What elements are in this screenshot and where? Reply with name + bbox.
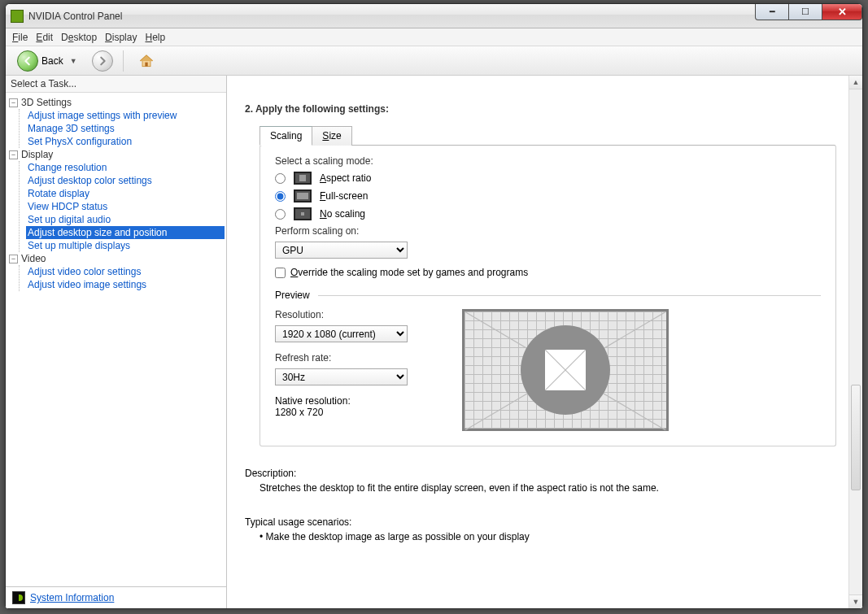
- scaling-mode-label: Select a scaling mode:: [275, 155, 821, 167]
- collapse-icon[interactable]: −: [9, 150, 18, 159]
- app-window: NVIDIA Control Panel ━ ☐ ✕ File Edit Des…: [5, 3, 863, 609]
- scroll-thumb[interactable]: [851, 385, 861, 490]
- native-value: 1280 x 720: [275, 407, 430, 418]
- tree-multi-display[interactable]: Set up multiple displays: [26, 239, 225, 252]
- app-icon: [11, 10, 24, 23]
- preview-divider: Preview: [275, 290, 821, 301]
- back-label: Back: [41, 55, 63, 67]
- back-button[interactable]: Back ▼: [12, 49, 85, 73]
- typical-label: Typical usage scenarios:: [245, 516, 836, 528]
- preview-center: [545, 350, 586, 390]
- tabs: Scaling Size: [260, 125, 836, 145]
- radio-aspect[interactable]: Aspect ratio: [275, 172, 821, 185]
- radio-noscaling-label: No scaling: [320, 208, 365, 220]
- tree-cat-3d[interactable]: −3D Settings: [7, 96, 225, 109]
- refresh-label: Refresh rate:: [275, 352, 430, 364]
- maximize-icon: ☐: [801, 7, 809, 17]
- task-tree: −3D Settings Adjust image settings with …: [6, 93, 226, 586]
- tree-adjust-image-preview[interactable]: Adjust image settings with preview: [26, 109, 225, 122]
- toolbar-separator: [123, 50, 124, 72]
- radio-noscaling[interactable]: No scaling: [275, 207, 821, 220]
- description-label: Description:: [245, 468, 836, 479]
- sidebar-header: Select a Task...: [6, 76, 226, 93]
- minimize-button[interactable]: ━: [755, 4, 789, 20]
- forward-button[interactable]: [92, 50, 113, 72]
- tree-size-position[interactable]: Adjust desktop size and position: [26, 226, 225, 239]
- step-title: 2. Apply the following settings:: [245, 103, 836, 115]
- refresh-select[interactable]: 30Hz: [275, 368, 408, 385]
- home-icon: [138, 53, 155, 69]
- tree-hdcp[interactable]: View HDCP status: [26, 200, 225, 213]
- native-block: Native resolution: 1280 x 720: [275, 395, 430, 418]
- content: 2. Apply the following settings: Scaling…: [227, 76, 862, 608]
- scroll-up-icon[interactable]: ▲: [849, 76, 862, 89]
- radio-noscaling-input[interactable]: [275, 209, 286, 220]
- menu-file[interactable]: File: [12, 32, 28, 43]
- fullscreen-icon: [294, 189, 312, 202]
- tree-rotate-display[interactable]: Rotate display: [26, 187, 225, 200]
- window-buttons: ━ ☐ ✕: [756, 4, 862, 20]
- radio-fullscreen-input[interactable]: [275, 191, 286, 202]
- forward-icon: [97, 55, 108, 67]
- minimize-icon: ━: [770, 7, 775, 17]
- tree-video-color[interactable]: Adjust video color settings: [26, 265, 225, 278]
- tab-size[interactable]: Size: [312, 126, 351, 146]
- tree-cat-video[interactable]: −Video: [7, 252, 225, 265]
- native-label: Native resolution:: [275, 395, 430, 407]
- sysinfo-bar: System Information: [6, 586, 226, 608]
- maximize-button[interactable]: ☐: [788, 4, 822, 20]
- tree-digital-audio[interactable]: Set up digital audio: [26, 213, 225, 226]
- tree-manage-3d[interactable]: Manage 3D settings: [26, 122, 225, 135]
- typical-item: Make the desktop image as large as possi…: [260, 531, 836, 542]
- perform-on-select[interactable]: GPU: [275, 242, 408, 259]
- noscaling-icon: [294, 207, 312, 220]
- back-icon: [17, 50, 38, 72]
- resolution-select[interactable]: 1920 x 1080 (current): [275, 325, 408, 342]
- description-text: Stretches the desktop to fit the entire …: [260, 482, 836, 494]
- description-block: Description: Stretches the desktop to fi…: [245, 468, 836, 494]
- tab-scaling[interactable]: Scaling: [260, 126, 312, 146]
- vertical-scrollbar[interactable]: ▲ ▼: [848, 76, 862, 608]
- menubar: File Edit Desktop Display Help: [6, 28, 862, 46]
- override-label: Override the scaling mode set by games a…: [290, 267, 528, 278]
- nvidia-icon: [12, 591, 25, 604]
- tree-cat-display[interactable]: −Display: [7, 148, 225, 161]
- main-area: Select a Task... −3D Settings Adjust ima…: [6, 76, 862, 608]
- tree-video-image[interactable]: Adjust video image settings: [26, 278, 225, 291]
- collapse-icon[interactable]: −: [9, 255, 18, 263]
- typical-block: Typical usage scenarios: Make the deskto…: [245, 516, 836, 542]
- preview-header: Preview: [275, 290, 310, 301]
- resolution-label: Resolution:: [275, 309, 430, 320]
- toolbar: Back ▼: [6, 46, 862, 76]
- collapse-icon[interactable]: −: [9, 98, 18, 107]
- perform-on-label: Perform scaling on:: [275, 225, 821, 237]
- window-title: NVIDIA Control Panel: [28, 11, 122, 22]
- tree-physx[interactable]: Set PhysX configuration: [26, 135, 225, 148]
- aspect-icon: [294, 172, 312, 185]
- tree-adjust-color[interactable]: Adjust desktop color settings: [26, 174, 225, 187]
- system-information-link[interactable]: System Information: [30, 592, 114, 603]
- radio-fullscreen[interactable]: Full-screen: [275, 189, 821, 202]
- tabpanel: Select a scaling mode: Aspect ratio Full…: [260, 145, 836, 446]
- override-row[interactable]: Override the scaling mode set by games a…: [275, 267, 821, 278]
- radio-fullscreen-label: Full-screen: [320, 190, 368, 202]
- menu-display[interactable]: Display: [105, 32, 137, 43]
- preview-image: [462, 309, 669, 431]
- override-checkbox[interactable]: [275, 268, 286, 278]
- close-icon: ✕: [838, 6, 847, 18]
- radio-aspect-input[interactable]: [275, 173, 286, 184]
- tree-change-resolution[interactable]: Change resolution: [26, 161, 225, 174]
- menu-help[interactable]: Help: [145, 32, 165, 43]
- close-button[interactable]: ✕: [822, 4, 862, 20]
- menu-edit[interactable]: Edit: [36, 32, 53, 43]
- svg-rect-1: [145, 62, 147, 66]
- sidebar: Select a Task... −3D Settings Adjust ima…: [6, 76, 227, 608]
- titlebar: NVIDIA Control Panel ━ ☐ ✕: [6, 4, 862, 28]
- radio-aspect-label: Aspect ratio: [320, 172, 371, 184]
- back-dropdown[interactable]: ▼: [67, 57, 81, 65]
- home-button[interactable]: [133, 51, 159, 71]
- scroll-down-icon[interactable]: ▼: [849, 594, 862, 608]
- menu-desktop[interactable]: Desktop: [61, 32, 97, 43]
